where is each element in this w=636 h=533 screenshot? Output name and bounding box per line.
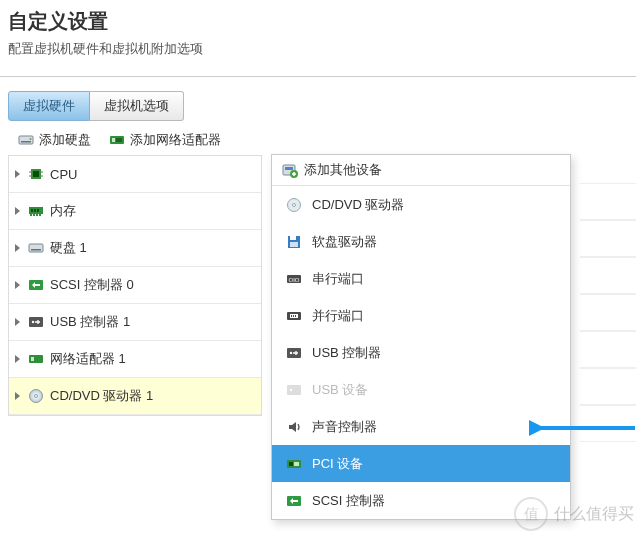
dropdown-item-sound[interactable]: 声音控制器	[272, 408, 570, 445]
svg-rect-14	[33, 214, 35, 216]
tab-bar: 虚拟硬件 虚拟机选项	[8, 91, 628, 121]
dropdown-item-label: PCI 设备	[312, 455, 363, 473]
header-divider	[0, 76, 636, 77]
tab-virtual-hardware[interactable]: 虚拟硬件	[8, 91, 90, 121]
cd-dvd-icon	[286, 197, 302, 213]
usb-controller-icon	[28, 314, 44, 330]
hardware-row-cpu[interactable]: CPU	[9, 156, 261, 193]
svg-rect-49	[289, 462, 293, 466]
svg-rect-36	[290, 242, 298, 247]
dropdown-item-cddvd[interactable]: CD/DVD 驱动器	[272, 186, 570, 223]
chevron-right-icon	[15, 244, 20, 252]
hardware-row-nic[interactable]: 网络适配器 1	[9, 341, 261, 378]
svg-rect-20	[29, 244, 43, 252]
svg-rect-30	[285, 167, 293, 170]
hardware-list: CPU 内存 硬盘 1 SCSI 控制器 0	[8, 155, 262, 416]
add-network-adapter-button[interactable]: 添加网络适配器	[109, 131, 221, 149]
svg-rect-50	[294, 462, 299, 466]
floppy-icon	[286, 234, 302, 250]
dropdown-item-usb-controller[interactable]: USB 控制器	[272, 334, 570, 371]
svg-rect-19	[37, 209, 39, 212]
hardware-row-label: 内存	[50, 202, 76, 220]
svg-point-28	[35, 395, 38, 398]
add-other-device-label: 添加其他设备	[304, 161, 382, 179]
hardware-row-memory[interactable]: 内存	[9, 193, 261, 230]
usb-controller-icon	[286, 345, 302, 361]
svg-rect-35	[290, 236, 296, 240]
svg-point-47	[290, 388, 292, 390]
svg-rect-5	[116, 138, 122, 142]
page-title: 自定义设置	[8, 8, 628, 35]
svg-text:OIO: OIO	[288, 277, 299, 283]
dropdown-item-parallel[interactable]: 并行端口	[272, 297, 570, 334]
toolbar: 添加硬盘 添加网络适配器	[18, 131, 628, 149]
sound-controller-icon	[286, 419, 302, 435]
parallel-port-icon	[286, 308, 302, 324]
svg-rect-18	[34, 209, 36, 212]
dropdown-item-usb-device: USB 设备	[272, 371, 570, 408]
hardware-row-disk[interactable]: 硬盘 1	[9, 230, 261, 267]
hard-disk-icon	[18, 132, 34, 148]
svg-point-33	[293, 203, 296, 206]
svg-rect-17	[31, 209, 33, 212]
hardware-row-label: 网络适配器 1	[50, 350, 126, 368]
dropdown-item-label: 串行端口	[312, 270, 364, 288]
add-hard-disk-label: 添加硬盘	[39, 131, 91, 149]
hardware-row-label: SCSI 控制器 0	[50, 276, 134, 294]
svg-rect-21	[31, 249, 41, 251]
hardware-row-usb[interactable]: USB 控制器 1	[9, 304, 261, 341]
chevron-right-icon	[15, 170, 20, 178]
memory-icon	[28, 203, 44, 219]
network-adapter-icon	[28, 351, 44, 367]
svg-point-45	[290, 351, 292, 353]
dropdown-item-floppy[interactable]: 软盘驱动器	[272, 223, 570, 260]
dropdown-item-scsi[interactable]: SCSI 控制器	[272, 482, 570, 519]
hardware-row-label: CD/DVD 驱动器 1	[50, 387, 153, 405]
dropdown-item-label: 声音控制器	[312, 418, 377, 436]
chevron-right-icon	[15, 392, 20, 400]
network-adapter-icon	[109, 132, 125, 148]
svg-rect-43	[295, 315, 296, 317]
dropdown-item-label: USB 设备	[312, 381, 368, 399]
add-other-device-button[interactable]: 添加其他设备	[272, 155, 570, 186]
add-hard-disk-button[interactable]: 添加硬盘	[18, 131, 91, 149]
svg-rect-0	[19, 136, 33, 144]
dropdown-item-label: SCSI 控制器	[312, 492, 385, 510]
hardware-row-cddvd[interactable]: CD/DVD 驱动器 1	[9, 378, 261, 415]
serial-port-icon: OIO	[286, 271, 302, 287]
dropdown-item-label: 并行端口	[312, 307, 364, 325]
dropdown-item-serial[interactable]: OIO 串行端口	[272, 260, 570, 297]
add-other-device-dropdown: 添加其他设备 CD/DVD 驱动器 软盘驱动器 OIO 串行端口 并行端口	[271, 154, 571, 520]
svg-rect-13	[30, 214, 32, 216]
svg-rect-15	[36, 214, 38, 216]
hardware-row-label: USB 控制器 1	[50, 313, 130, 331]
svg-rect-16	[39, 214, 41, 216]
scsi-controller-icon	[28, 277, 44, 293]
dropdown-item-pci[interactable]: PCI 设备	[272, 445, 570, 482]
svg-rect-4	[112, 138, 115, 142]
chevron-right-icon	[15, 355, 20, 363]
hardware-row-scsi[interactable]: SCSI 控制器 0	[9, 267, 261, 304]
svg-point-2	[30, 138, 32, 140]
page-subtitle: 配置虚拟机硬件和虚拟机附加选项	[8, 41, 628, 58]
right-column	[580, 183, 636, 442]
add-network-adapter-label: 添加网络适配器	[130, 131, 221, 149]
tab-vm-options[interactable]: 虚拟机选项	[90, 91, 184, 121]
chevron-right-icon	[15, 207, 20, 215]
svg-rect-41	[291, 315, 292, 317]
svg-rect-42	[293, 315, 294, 317]
cpu-icon	[28, 166, 44, 182]
usb-device-icon	[286, 382, 302, 398]
svg-rect-1	[21, 141, 31, 143]
dropdown-item-label: USB 控制器	[312, 344, 381, 362]
cd-dvd-icon	[28, 388, 44, 404]
svg-rect-46	[287, 385, 301, 395]
hardware-row-label: 硬盘 1	[50, 239, 87, 257]
pci-device-icon	[286, 456, 302, 472]
svg-point-24	[32, 321, 34, 323]
hardware-row-label: CPU	[50, 167, 77, 182]
chevron-right-icon	[15, 281, 20, 289]
svg-rect-26	[31, 357, 34, 361]
scsi-controller-icon	[286, 493, 302, 509]
device-plus-icon	[282, 162, 298, 178]
